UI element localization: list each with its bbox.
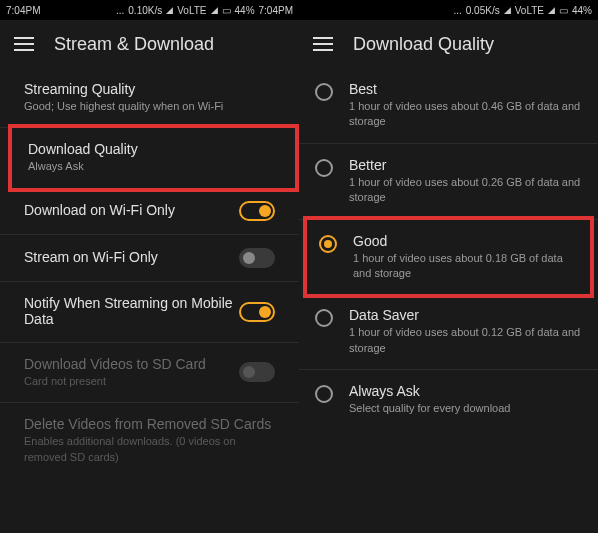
status-network: VoLTE [177,5,206,16]
setting-download-quality[interactable]: Download Quality Always Ask [8,124,299,191]
status-network: VoLTE [515,5,544,16]
status-dots: ... [453,5,461,16]
setting-title: Notify When Streaming on Mobile Data [24,295,239,327]
settings-list: Streaming Quality Good; Use highest qual… [0,68,299,533]
setting-title: Download on Wi-Fi Only [24,202,239,218]
toggle-sd-card [239,362,275,382]
battery-icon: ▭ [222,5,231,16]
setting-subtitle: Card not present [24,374,239,389]
option-good[interactable]: Good 1 hour of video uses about 0.18 GB … [303,216,594,299]
status-time-right: 7:04PM [259,5,293,16]
radio-icon[interactable] [315,385,333,403]
option-subtitle: 1 hour of video uses about 0.18 GB of da… [353,251,578,282]
setting-streaming-quality[interactable]: Streaming Quality Good; Use highest qual… [0,68,299,128]
quality-options-list: Best 1 hour of video uses about 0.46 GB … [299,68,598,533]
radio-icon[interactable] [319,235,337,253]
option-better[interactable]: Better 1 hour of video uses about 0.26 G… [299,144,598,220]
setting-title: Download Quality [28,141,275,157]
status-speed: 0.05K/s [466,5,500,16]
radio-icon[interactable] [315,83,333,101]
toggle-stream-wifi[interactable] [239,248,275,268]
setting-delete-removed-sd: Delete Videos from Removed SD Cards Enab… [0,403,299,478]
radio-icon[interactable] [315,159,333,177]
signal-icon: ◢ [166,5,173,15]
menu-icon[interactable] [313,37,333,51]
option-data-saver[interactable]: Data Saver 1 hour of video uses about 0.… [299,294,598,370]
status-battery: 44% [235,5,255,16]
screen-stream-download: 7:04PM ... 0.10K/s ◢ VoLTE ◢ ▭ 44% 7:04P… [0,0,299,533]
option-subtitle: Select quality for every download [349,401,582,416]
option-best[interactable]: Best 1 hour of video uses about 0.46 GB … [299,68,598,144]
page-title: Download Quality [353,34,494,55]
signal-icon: ◢ [504,5,511,15]
option-title: Best [349,81,582,97]
setting-download-sd-card: Download Videos to SD Card Card not pres… [0,343,299,403]
screen-download-quality: ... 0.05K/s ◢ VoLTE ◢ ▭ 44% Download Qua… [299,0,598,533]
option-subtitle: 1 hour of video uses about 0.26 GB of da… [349,175,582,206]
setting-stream-wifi-only[interactable]: Stream on Wi-Fi Only [0,235,299,282]
setting-subtitle: Good; Use highest quality when on Wi-Fi [24,99,275,114]
app-bar: Download Quality [299,20,598,68]
radio-icon[interactable] [315,309,333,327]
page-title: Stream & Download [54,34,214,55]
status-speed: 0.10K/s [128,5,162,16]
setting-subtitle: Enables additional downloads. (0 videos … [24,434,275,465]
app-bar: Stream & Download [0,20,299,68]
setting-title: Download Videos to SD Card [24,356,239,372]
status-right: ... 0.05K/s ◢ VoLTE ◢ ▭ 44% [453,5,592,16]
setting-title: Streaming Quality [24,81,275,97]
signal-icon: ◢ [548,5,555,15]
option-always-ask[interactable]: Always Ask Select quality for every down… [299,370,598,429]
option-subtitle: 1 hour of video uses about 0.12 GB of da… [349,325,582,356]
option-title: Data Saver [349,307,582,323]
status-dots: ... [116,5,124,16]
status-right: ... 0.10K/s ◢ VoLTE ◢ ▭ 44% 7:04PM [116,5,293,16]
option-title: Better [349,157,582,173]
signal-icon: ◢ [211,5,218,15]
option-subtitle: 1 hour of video uses about 0.46 GB of da… [349,99,582,130]
setting-download-wifi-only[interactable]: Download on Wi-Fi Only [0,188,299,235]
menu-icon[interactable] [14,37,34,51]
status-bar: ... 0.05K/s ◢ VoLTE ◢ ▭ 44% [299,0,598,20]
setting-title: Delete Videos from Removed SD Cards [24,416,275,432]
status-bar: 7:04PM ... 0.10K/s ◢ VoLTE ◢ ▭ 44% 7:04P… [0,0,299,20]
status-time-left: 7:04PM [6,5,40,16]
setting-notify-mobile-data[interactable]: Notify When Streaming on Mobile Data [0,282,299,343]
setting-subtitle: Always Ask [28,159,275,174]
status-battery: 44% [572,5,592,16]
battery-icon: ▭ [559,5,568,16]
toggle-notify-mobile[interactable] [239,302,275,322]
option-title: Always Ask [349,383,582,399]
setting-title: Stream on Wi-Fi Only [24,249,239,265]
option-title: Good [353,233,578,249]
toggle-download-wifi[interactable] [239,201,275,221]
